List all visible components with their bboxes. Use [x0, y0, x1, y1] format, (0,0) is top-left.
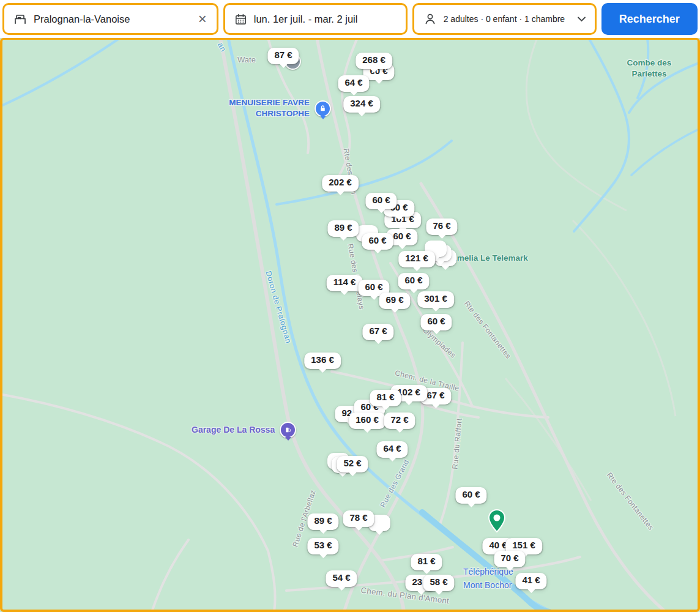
price-marker[interactable]: 54 € [326, 570, 357, 587]
map-canvas[interactable]: an Wate MENUISERIE FAVRE CHRISTOPHE Comb… [0, 38, 700, 612]
search-bar: Pralognan-la-Vanoise × lun. 1er juil. - … [0, 0, 700, 38]
price-marker[interactable]: 60 € [455, 487, 486, 504]
price-marker[interactable]: 60 € [365, 193, 397, 209]
person-icon [423, 12, 438, 26]
dates-input[interactable]: lun. 1er juil. - mar. 2 juil [223, 3, 408, 35]
garage-label: Garage De La Rossa [192, 425, 275, 435]
waterfall-label: Wate [237, 55, 256, 64]
occupancy-selector[interactable]: 2 adultes · 0 enfant · 1 chambre [412, 3, 597, 35]
price-marker[interactable]: 301 € [417, 291, 454, 308]
price-marker[interactable]: 121 € [398, 251, 435, 267]
price-marker[interactable]: 67 € [362, 324, 393, 340]
amelia-le-telemark-label: Amelia Le Telemark [451, 253, 528, 264]
price-marker[interactable]: 324 € [343, 96, 380, 113]
price-marker[interactable]: 78 € [343, 510, 374, 527]
dates-value[interactable]: lun. 1er juil. - mar. 2 juil [254, 13, 358, 25]
selected-hotel-green-pin[interactable] [488, 509, 506, 535]
close-icon[interactable]: × [197, 12, 208, 26]
menuiserie-label: MENUISERIE FAVRE CHRISTOPHE [202, 97, 310, 119]
destination-input[interactable]: Pralognan-la-Vanoise × [2, 3, 218, 35]
price-marker[interactable]: 87 € [267, 48, 299, 64]
price-marker[interactable]: 268 € [356, 53, 392, 69]
menuiserie-pin-icon[interactable] [315, 100, 331, 117]
price-marker[interactable]: 60 € [362, 233, 393, 250]
price-marker[interactable]: 81 € [411, 554, 442, 570]
price-marker[interactable]: 89 € [307, 513, 338, 530]
price-marker[interactable]: 69 € [379, 293, 410, 309]
price-marker[interactable]: 76 € [426, 218, 457, 235]
price-marker[interactable]: 53 € [307, 538, 338, 554]
price-marker[interactable]: 89 € [327, 220, 359, 237]
occupancy-value[interactable]: 2 adultes · 0 enfant · 1 chambre [444, 14, 571, 24]
price-marker[interactable]: 64 € [338, 75, 369, 92]
chevron-down-icon [577, 16, 586, 22]
price-marker[interactable]: 52 € [337, 456, 368, 472]
price-marker[interactable]: 58 € [423, 575, 454, 591]
price-marker[interactable]: 60 € [420, 314, 452, 330]
price-marker[interactable]: 70 € [494, 551, 525, 567]
price-marker[interactable]: 60 € [398, 273, 429, 289]
price-marker[interactable]: 160 € [349, 412, 385, 429]
price-marker[interactable]: 114 € [327, 275, 363, 291]
combe-des-pariettes-label: Combe des Pariettes [615, 58, 683, 80]
price-marker[interactable]: 64 € [376, 441, 408, 458]
price-marker[interactable]: 202 € [322, 175, 359, 192]
price-marker[interactable]: 136 € [304, 353, 341, 369]
price-marker[interactable]: 41 € [515, 573, 546, 589]
bed-icon [13, 12, 28, 26]
search-button[interactable]: Rechercher [601, 3, 698, 35]
hotel-search-page: Pralognan-la-Vanoise × lun. 1er juil. - … [0, 0, 700, 612]
destination-value[interactable]: Pralognan-la-Vanoise [34, 13, 191, 25]
calendar-icon [234, 12, 248, 26]
price-marker[interactable]: 81 € [370, 390, 401, 406]
price-marker[interactable]: 72 € [384, 412, 415, 429]
garage-fuel-pin-icon[interactable] [280, 422, 296, 438]
